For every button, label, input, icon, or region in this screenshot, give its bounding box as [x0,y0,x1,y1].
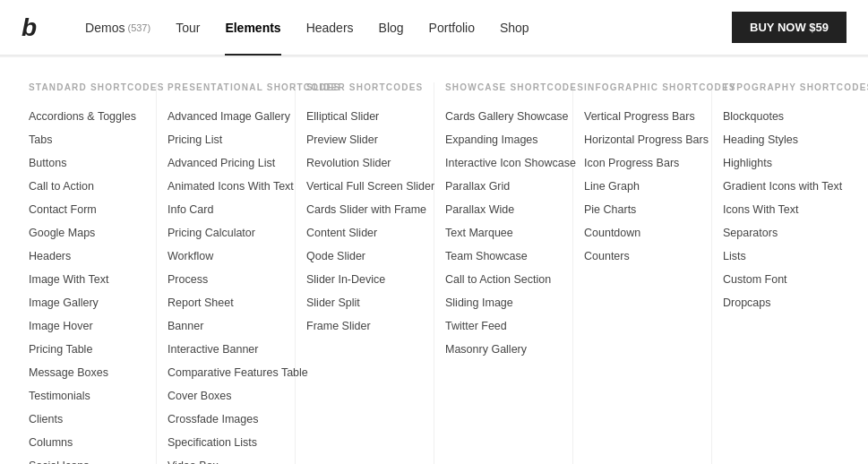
nav-link-label: Tour [176,21,200,35]
menu-item[interactable]: Process [168,268,284,291]
mega-menu: STANDARD SHORTCODESAccordions & TogglesT… [0,56,868,464]
menu-item[interactable]: Gradient Icons with Text [723,175,839,198]
menu-item[interactable]: Cover Boxes [168,384,284,408]
menu-item[interactable]: Interactive Icon Showcase [445,151,562,175]
menu-item[interactable]: Message Boxes [29,361,145,384]
menu-column-2: SLIDER SHORTCODESElliptical SliderPrevie… [296,82,434,464]
menu-column-1: PRESENTATIONAL SHORTCODESAdvanced Image … [157,82,296,464]
menu-item[interactable]: Social Icons [29,454,145,464]
nav-link-label: Shop [500,21,529,35]
menu-item[interactable]: Vertical Full Screen Slider [306,175,423,198]
menu-column-header-5: TYPOGRAPHY SHORTCODES [723,82,839,92]
menu-item[interactable]: Slider Split [306,291,423,314]
nav-link-portfolio[interactable]: Portfolio [417,0,487,56]
menu-item[interactable]: Image Hover [29,314,145,338]
menu-item[interactable]: Sliding Image [445,291,562,314]
menu-item[interactable]: Image With Text [29,268,145,291]
menu-item[interactable]: Crossfade Images [168,408,284,431]
menu-item[interactable]: Workflow [168,245,284,268]
menu-item[interactable]: Icons With Text [723,198,839,221]
menu-item[interactable]: Interactive Banner [168,338,284,361]
menu-item[interactable]: Elliptical Slider [306,105,423,128]
menu-item[interactable]: Cards Slider with Frame [306,198,423,221]
menu-item[interactable]: Banner [168,314,284,338]
menu-column-header-0: STANDARD SHORTCODES [29,82,145,92]
menu-item[interactable]: Buttons [29,151,145,175]
menu-item[interactable]: Highlights [723,151,839,175]
menu-item[interactable]: Pricing Table [29,338,145,361]
menu-item[interactable]: Counters [584,245,700,268]
menu-column-header-3: SHOWCASE SHORTCODES [445,82,562,92]
menu-item[interactable]: Report Sheet [168,291,284,314]
nav-link-label: Portfolio [429,21,475,35]
menu-item[interactable]: Parallax Wide [445,198,562,221]
menu-column-5: TYPOGRAPHY SHORTCODESBlockquotesHeading … [712,82,850,464]
menu-item[interactable]: Accordions & Toggles [29,105,145,128]
menu-item[interactable]: Expanding Images [445,128,562,151]
menu-item[interactable]: Tabs [29,128,145,151]
menu-item[interactable]: Revolution Slider [306,151,423,175]
menu-item[interactable]: Specification Lists [168,431,284,454]
buy-button[interactable]: BUY NOW $59 [732,12,847,43]
menu-item[interactable]: Pie Charts [584,198,700,221]
menu-item[interactable]: Advanced Image Gallery [168,105,284,128]
menu-item[interactable]: Animated Icons With Text [168,175,284,198]
menu-item[interactable]: Custom Font [723,268,839,291]
menu-item[interactable]: Lists [723,245,839,268]
menu-item[interactable]: Headers [29,245,145,268]
menu-item[interactable]: Content Slider [306,221,423,245]
menu-column-3: SHOWCASE SHORTCODESCards Gallery Showcas… [434,82,573,464]
menu-item[interactable]: Testimonials [29,384,145,408]
menu-item[interactable]: Dropcaps [723,291,839,314]
menu-item[interactable]: Text Marquee [445,221,562,245]
nav-link-label: Headers [306,21,354,35]
nav-link-count: (537) [127,22,150,33]
site-logo[interactable]: b [21,13,37,42]
nav-link-elements[interactable]: Elements [212,0,293,56]
nav-link-shop[interactable]: Shop [487,0,542,56]
menu-item[interactable]: Contact Form [29,198,145,221]
nav-link-label: Demos [85,21,125,35]
menu-item[interactable]: Image Gallery [29,291,145,314]
nav-link-blog[interactable]: Blog [366,0,417,56]
nav-links: Demos(537)TourElementsHeadersBlogPortfol… [73,0,732,56]
menu-item[interactable]: Preview Slider [306,128,423,151]
menu-item[interactable]: Cards Gallery Showcase [445,105,562,128]
nav-right: BUY NOW $59 [732,12,847,43]
nav-link-label: Elements [225,21,280,35]
menu-item[interactable]: Blockquotes [723,105,839,128]
menu-column-header-4: INFOGRAPHIC SHORTCODES [584,82,700,92]
menu-item[interactable]: Video Box [168,454,284,464]
menu-item[interactable]: Pricing Calculator [168,221,284,245]
menu-item[interactable]: Slider In-Device [306,268,423,291]
menu-item[interactable]: Vertical Progress Bars [584,105,700,128]
menu-item[interactable]: Call to Action Section [445,268,562,291]
menu-item[interactable]: Heading Styles [723,128,839,151]
menu-item[interactable]: Pricing List [168,128,284,151]
menu-item[interactable]: Frame Slider [306,314,423,338]
menu-item[interactable]: Masonry Gallery [445,338,562,361]
menu-item[interactable]: Advanced Pricing List [168,151,284,175]
top-navigation: b Demos(537)TourElementsHeadersBlogPortf… [0,0,868,56]
menu-item[interactable]: Clients [29,408,145,431]
menu-item[interactable]: Parallax Grid [445,175,562,198]
menu-item[interactable]: Horizontal Progress Bars [584,128,700,151]
menu-item[interactable]: Info Card [168,198,284,221]
menu-item[interactable]: Twitter Feed [445,314,562,338]
menu-item[interactable]: Google Maps [29,221,145,245]
menu-item[interactable]: Call to Action [29,175,145,198]
nav-link-demos[interactable]: Demos(537) [73,0,163,56]
menu-column-0: STANDARD SHORTCODESAccordions & TogglesT… [18,82,157,464]
nav-link-tour[interactable]: Tour [163,0,212,56]
menu-item[interactable]: Team Showcase [445,245,562,268]
menu-item[interactable]: Comparative Features Table [168,361,284,384]
menu-item[interactable]: Icon Progress Bars [584,151,700,175]
menu-item[interactable]: Qode Slider [306,245,423,268]
menu-item[interactable]: Separators [723,221,839,245]
menu-item[interactable]: Line Graph [584,175,700,198]
menu-item[interactable]: Columns [29,431,145,454]
menu-column-header-2: SLIDER SHORTCODES [306,82,423,92]
menu-item[interactable]: Countdown [584,221,700,245]
nav-link-headers[interactable]: Headers [294,0,366,56]
menu-column-header-1: PRESENTATIONAL SHORTCODES [168,82,284,92]
